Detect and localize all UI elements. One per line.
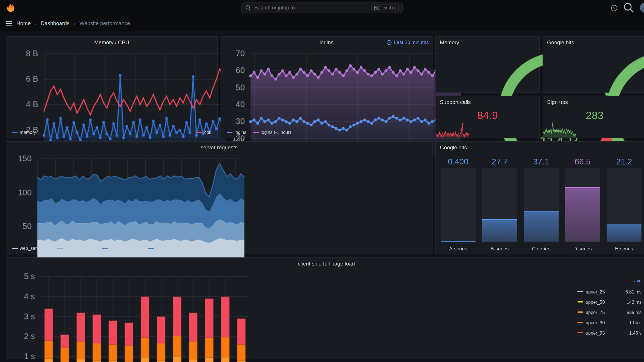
panel-logins: logins Last 20 minutes loginslogins (-1 … bbox=[221, 36, 433, 138]
bar-gauge-fill bbox=[482, 219, 517, 242]
clock-icon bbox=[387, 40, 392, 45]
legend-swatch bbox=[57, 248, 63, 249]
legend-avg-value: 1.04 s bbox=[629, 320, 641, 325]
legend-item-web_server_02[interactable]: web_server_02 bbox=[57, 246, 96, 251]
bar-gauge-e-series: 21.2E-series bbox=[607, 156, 641, 252]
breadcrumb-home[interactable]: Home bbox=[17, 20, 31, 26]
legend-item-memory[interactable]: memory bbox=[12, 130, 36, 134]
bar-gauge-label[interactable]: A-series bbox=[449, 242, 467, 252]
legend-item-upper_90[interactable]: upper_901.04 s bbox=[577, 317, 641, 327]
legend-rows: upper_256.81 msupper_50142 msupper_75535… bbox=[577, 286, 641, 338]
panel-header: Sign ups bbox=[543, 96, 644, 107]
legend-swatch bbox=[12, 248, 18, 249]
memory-cpu-legend: memorycpu bbox=[12, 128, 212, 136]
panel-title-sign-ups[interactable]: Sign ups bbox=[547, 99, 568, 105]
bar-gauge-fill bbox=[441, 241, 475, 242]
bar-gauge-label[interactable]: D-series bbox=[573, 242, 592, 252]
bar-gauge-value: 27.7 bbox=[492, 156, 508, 168]
zoom-cursor-icon bbox=[623, 2, 635, 14]
legend-swatch bbox=[577, 311, 583, 313]
shortcut-badge: cmd+k bbox=[371, 5, 399, 11]
logins-legend: loginslogins (-1 hour) bbox=[227, 128, 427, 136]
panel-memory-gauge: Memory bbox=[435, 36, 540, 93]
legend-label: memory bbox=[20, 130, 36, 134]
bar-gauge-value: 37.1 bbox=[533, 156, 549, 168]
search-placeholder: Search or jump to... bbox=[254, 5, 368, 11]
time-range-link[interactable]: Last 20 minutes bbox=[387, 37, 429, 48]
bar-gauge-track bbox=[607, 168, 641, 242]
legend-item-upper_95[interactable]: upper_951.46 s bbox=[577, 327, 641, 338]
shortcut-label: cmd+k bbox=[383, 5, 396, 10]
legend-avg-header[interactable]: avg bbox=[577, 278, 641, 287]
page-load-chart[interactable] bbox=[8, 270, 254, 362]
panel-header: Support calls bbox=[436, 96, 539, 107]
legend-swatch bbox=[227, 132, 233, 133]
legend-swatch bbox=[253, 132, 259, 133]
panel-header: server requests bbox=[6, 142, 432, 153]
legend-item-logins[interactable]: logins bbox=[227, 130, 247, 134]
legend-item-upper_50[interactable]: upper_50142 ms bbox=[577, 297, 641, 307]
legend-item-web_server_03[interactable]: web_server_03 bbox=[103, 246, 141, 251]
server-requests-legend: web_server_01web_server_02web_server_03w… bbox=[12, 244, 426, 252]
panel-header: Google hits bbox=[543, 37, 644, 48]
legend-item-web_server_01[interactable]: web_server_01 bbox=[12, 246, 51, 251]
nav-actions: ? bbox=[611, 0, 644, 16]
panel-title-google-hits[interactable]: Google hits bbox=[547, 39, 574, 45]
legend-label: upper_75 bbox=[586, 310, 605, 315]
panel-title-page-load[interactable]: client side full page load bbox=[298, 260, 355, 267]
breadcrumb: Home › Dashboards › Website performance bbox=[0, 16, 644, 31]
legend-label: upper_50 bbox=[586, 299, 605, 304]
panel-title-memory[interactable]: Memory bbox=[440, 39, 459, 45]
grafana-logo[interactable] bbox=[6, 3, 16, 13]
bar-gauge-track bbox=[482, 168, 517, 242]
svg-text:?: ? bbox=[613, 6, 615, 10]
panel-title-memory-cpu[interactable]: Memory / CPU bbox=[94, 39, 129, 45]
bar-gauge-c-series: 37.1C-series bbox=[524, 156, 559, 252]
help-icon[interactable]: ? bbox=[611, 4, 618, 11]
legend-label: upper_90 bbox=[586, 320, 605, 325]
legend-item-web_server_04[interactable]: web_server_04 bbox=[148, 246, 186, 251]
panel-title-support-calls[interactable]: Support calls bbox=[440, 99, 471, 105]
search-input[interactable]: Search or jump to... cmd+k bbox=[241, 3, 403, 13]
panel-server-requests: server requests web_server_01web_server_… bbox=[6, 141, 433, 255]
panel-header: Memory bbox=[436, 37, 539, 48]
bar-gauge-label[interactable]: E-series bbox=[615, 242, 633, 252]
panel-title-logins[interactable]: logins bbox=[319, 39, 333, 45]
bar-gauge-label[interactable]: B-series bbox=[491, 242, 509, 252]
keyboard-icon bbox=[374, 5, 381, 10]
support-calls-sparkline bbox=[436, 121, 469, 138]
legend-avg-value: 6.81 ms bbox=[625, 289, 641, 294]
bar-gauge-value: 21.2 bbox=[616, 156, 632, 168]
legend-item-upper_25[interactable]: upper_256.81 ms bbox=[577, 286, 641, 297]
panel-header: logins Last 20 minutes bbox=[221, 37, 432, 48]
legend-swatch bbox=[148, 248, 153, 249]
legend-item-logins (-1 hour)[interactable]: logins (-1 hour) bbox=[253, 130, 291, 134]
panel-page-load: client side full page load avg upper_256… bbox=[6, 257, 644, 359]
breadcrumb-dashboards[interactable]: Dashboards bbox=[41, 20, 69, 26]
sign-ups-sparkline bbox=[543, 121, 576, 138]
google-hits-bar-gauge: 0.400A-series27.7B-series37.1C-series66.… bbox=[441, 156, 641, 252]
legend-avg-value: 535 ms bbox=[627, 310, 642, 315]
sign-ups-value: 283 bbox=[543, 109, 644, 122]
legend-swatch bbox=[12, 132, 18, 133]
panel-title-server-requests[interactable]: server requests bbox=[201, 144, 238, 150]
panel-title-google-hits-bars[interactable]: Google hits bbox=[440, 144, 467, 150]
bar-gauge-d-series: 66.5D-series bbox=[565, 156, 600, 252]
legend-swatch bbox=[577, 291, 583, 292]
bar-gauge-track bbox=[441, 168, 475, 242]
user-avatar[interactable] bbox=[640, 3, 644, 13]
panel-sign-ups: Sign ups 283 bbox=[543, 96, 644, 138]
panel-header: Google hits bbox=[436, 142, 644, 153]
legend-swatch bbox=[577, 301, 583, 302]
legend-label: logins bbox=[235, 130, 246, 134]
legend-item-cpu[interactable]: cpu bbox=[196, 130, 211, 134]
bar-gauge-track bbox=[524, 168, 559, 242]
legend-item-upper_75[interactable]: upper_75535 ms bbox=[577, 307, 641, 317]
bar-gauge-label[interactable]: C-series bbox=[532, 242, 550, 252]
panel-google-hits-bars: Google hits 0.400A-series27.7B-series37.… bbox=[435, 141, 644, 255]
menu-toggle-icon[interactable] bbox=[6, 20, 12, 27]
top-nav-bar: Search or jump to... cmd+k ? bbox=[0, 0, 644, 16]
panel-memory-cpu: Memory / CPU memorycpu bbox=[6, 36, 218, 138]
bar-gauge-a-series: 0.400A-series bbox=[441, 156, 475, 252]
panel-support-calls: Support calls 84.9 bbox=[435, 96, 540, 138]
